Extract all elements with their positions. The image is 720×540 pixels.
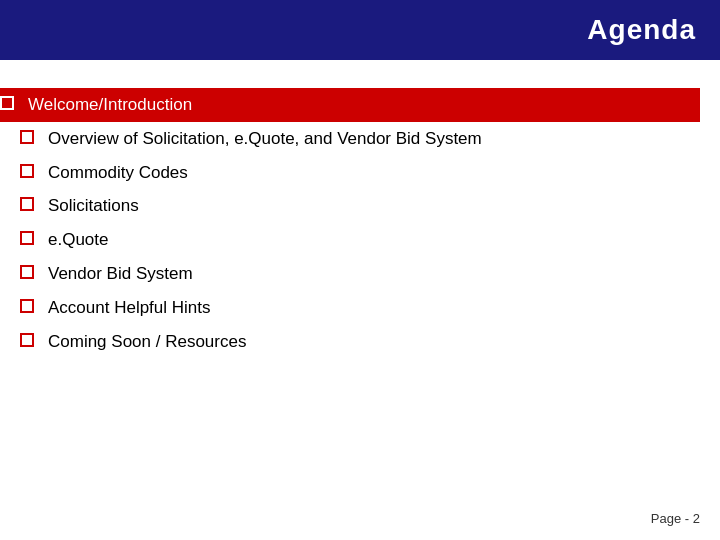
footer-label: Page - 2: [651, 511, 700, 526]
list-item: Commodity Codes: [20, 156, 690, 190]
bullet-icon: [20, 164, 34, 178]
footer: Page - 2: [651, 511, 700, 526]
list-item-label: Welcome/Introduction: [28, 93, 192, 117]
header-title: Agenda: [587, 14, 696, 46]
list-item-label: Account Helpful Hints: [48, 296, 211, 320]
bullet-icon: [20, 130, 34, 144]
list-item: e.Quote: [20, 223, 690, 257]
list-item-label: Solicitations: [48, 194, 139, 218]
list-item-label: e.Quote: [48, 228, 109, 252]
list-item-label: Vendor Bid System: [48, 262, 193, 286]
list-item-label: Commodity Codes: [48, 161, 188, 185]
bullet-icon: [20, 197, 34, 211]
list-item: Vendor Bid System: [20, 257, 690, 291]
list-item: Solicitations: [20, 189, 690, 223]
bullet-icon: [0, 96, 14, 110]
header-bar: Agenda: [0, 0, 720, 60]
bullet-icon: [20, 299, 34, 313]
list-item: Coming Soon / Resources: [20, 325, 690, 359]
list-item-label: Coming Soon / Resources: [48, 330, 246, 354]
list-item-label: Overview of Solicitation, e.Quote, and V…: [48, 127, 482, 151]
list-item: Overview of Solicitation, e.Quote, and V…: [20, 122, 690, 156]
content-area: Welcome/IntroductionOverview of Solicita…: [0, 60, 720, 378]
agenda-list: Welcome/IntroductionOverview of Solicita…: [20, 88, 690, 358]
bullet-icon: [20, 231, 34, 245]
list-item: Welcome/Introduction: [0, 88, 700, 122]
bullet-icon: [20, 333, 34, 347]
list-item: Account Helpful Hints: [20, 291, 690, 325]
bullet-icon: [20, 265, 34, 279]
